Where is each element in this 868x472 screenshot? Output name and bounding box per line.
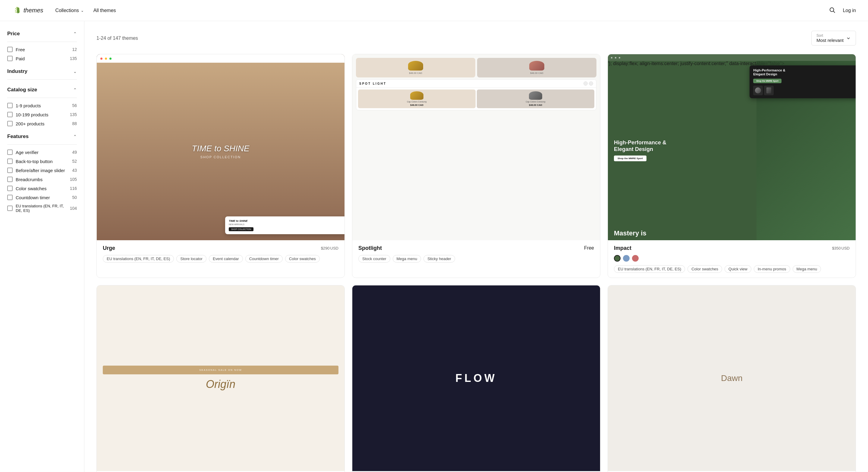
- breadcrumbs-option: Breadcrumbs 105: [7, 177, 77, 182]
- tag-stock-counter: Stock counter: [358, 255, 390, 262]
- industry-filter-section: Industry ⌄: [7, 68, 77, 80]
- theme-card-dawn[interactable]: Dawn Dawn: [608, 285, 856, 472]
- search-icon: [829, 7, 835, 13]
- tag-eu-translations: EU translations (EN, FR, IT, DE, ES): [103, 255, 174, 262]
- theme-card-spotlight[interactable]: $48.00 CAD $48.00 CAD SPOT LIGHT: [352, 54, 600, 278]
- impact-color-swatches: [614, 255, 849, 262]
- color-swatches-option: Color swatches 116: [7, 186, 77, 191]
- back-to-top-option: Back-to-top button 52: [7, 159, 77, 164]
- eu-translations-checkbox[interactable]: [7, 206, 13, 211]
- results-count: 1-24 of 147 themes: [96, 36, 138, 41]
- urge-info: Urge $290USD EU translations (EN, FR, IT…: [97, 240, 344, 268]
- 10-199-checkbox[interactable]: [7, 112, 13, 117]
- impact-nav-dot-2: [615, 57, 616, 59]
- price-chevron-icon: ⌃: [73, 31, 77, 36]
- impact-info: Impact $350USD EU translations (EN, FR, …: [608, 240, 856, 278]
- origin-preview: SEASONAL SALE ON NOW Origïn: [97, 285, 344, 471]
- spotlight-preview: $48.00 CAD $48.00 CAD SPOT LIGHT: [352, 54, 600, 240]
- price-divider: [7, 41, 77, 42]
- before-after-checkbox[interactable]: [7, 167, 13, 173]
- eu-translations-option: EU translations (EN, FR, IT, DE, ES) 104: [7, 204, 77, 213]
- catalog-size-filter-header[interactable]: Catalog size ⌃: [7, 87, 77, 98]
- catalog-size-divider: [7, 98, 77, 98]
- countdown-timer-option: Countdown timer 50: [7, 195, 77, 200]
- back-to-top-checkbox[interactable]: [7, 159, 13, 164]
- logo-text: themes: [24, 7, 43, 14]
- chevron-down-icon: ⌄: [81, 8, 84, 13]
- free-option: Free 12: [7, 47, 77, 52]
- tag-mega-menu: Mega menu: [393, 255, 421, 262]
- tag-mega-menu-impact: Mega menu: [793, 265, 821, 273]
- impact-nav-dot-3: [619, 57, 620, 59]
- header: themes Collections ⌄ All themes Log in: [0, 0, 868, 21]
- theme-card-flow[interactable]: FLOW Flow: [352, 285, 600, 472]
- paid-checkbox[interactable]: [7, 56, 13, 61]
- window-dot-green: [110, 58, 112, 60]
- tag-store-locator: Store locator: [176, 255, 207, 262]
- impact-preview: '); display:flex; align-items:center; ju…: [608, 54, 856, 240]
- tag-color-swatches-impact: Color swatches: [687, 265, 722, 273]
- impact-tags: EU translations (EN, FR, IT, DE, ES) Col…: [614, 265, 849, 273]
- catalog-size-chevron-icon: ⌃: [73, 87, 77, 92]
- sort-dropdown[interactable]: Sort Most relevant: [811, 31, 856, 45]
- logo[interactable]: themes: [12, 6, 43, 15]
- tag-color-swatches: Color swatches: [285, 255, 320, 262]
- 200plus-products-option: 200+ products 88: [7, 121, 77, 126]
- tag-eu-translations-impact: EU translations (EN, FR, IT, DE, ES): [614, 265, 685, 273]
- before-after-option: Before/after image slider 43: [7, 167, 77, 173]
- features-filter-section: Features ⌃ Age verifier 49 Back-to-top b…: [7, 133, 77, 213]
- color-swatch-red[interactable]: [632, 255, 639, 262]
- all-themes-nav[interactable]: All themes: [93, 8, 116, 13]
- theme-card-urge[interactable]: TIME to SHINE SHOP COLLECTION TIME to SH…: [96, 54, 345, 278]
- header-nav: Collections ⌄ All themes: [56, 8, 829, 13]
- tag-in-menu-promos: In-menu promos: [754, 265, 790, 273]
- features-filter-header[interactable]: Features ⌃: [7, 133, 77, 145]
- color-swatch-blue[interactable]: [623, 255, 629, 262]
- color-swatches-checkbox[interactable]: [7, 186, 13, 191]
- page-layout: Price ⌃ Free 12 Paid 135: [0, 21, 868, 472]
- impact-nav-dot-1: [611, 57, 613, 59]
- 200plus-checkbox[interactable]: [7, 121, 13, 126]
- color-swatch-green[interactable]: [614, 255, 621, 262]
- theme-card-origin[interactable]: SEASONAL SALE ON NOW Origïn Origin: [96, 285, 345, 472]
- spotlight-info: Spotlight Free Stock counter Mega menu S…: [352, 240, 600, 268]
- age-verifier-option: Age verifier 49: [7, 150, 77, 155]
- window-dot-red: [100, 58, 102, 60]
- flow-preview: FLOW: [352, 285, 600, 471]
- paid-option: Paid 135: [7, 56, 77, 61]
- spotlight-tags: Stock counter Mega menu Sticky header: [358, 255, 594, 262]
- tag-quick-view: Quick view: [724, 265, 751, 273]
- header-actions: Log in: [829, 7, 856, 14]
- urge-tags: EU translations (EN, FR, IT, DE, ES) Sto…: [103, 255, 338, 262]
- breadcrumbs-checkbox[interactable]: [7, 177, 13, 182]
- collections-nav[interactable]: Collections ⌄: [56, 8, 84, 13]
- countdown-timer-checkbox[interactable]: [7, 195, 13, 200]
- search-button[interactable]: [829, 7, 835, 14]
- svg-point-0: [830, 8, 834, 12]
- tag-countdown-timer: Countdown timer: [245, 255, 283, 262]
- catalog-size-filter-section: Catalog size ⌃ 1-9 products 56 10-199 pr…: [7, 87, 77, 126]
- industry-filter-header[interactable]: Industry ⌄: [7, 68, 77, 79]
- tag-sticky-header: Sticky header: [424, 255, 455, 262]
- svg-line-1: [834, 11, 835, 13]
- 1-9-checkbox[interactable]: [7, 103, 13, 108]
- sort-chevron-icon: [846, 36, 851, 41]
- tag-event-calendar: Event calendar: [209, 255, 243, 262]
- main-content: 1-24 of 147 themes Sort Most relevant: [84, 21, 868, 472]
- window-dot-yellow: [105, 58, 107, 60]
- sidebar: Price ⌃ Free 12 Paid 135: [0, 21, 84, 472]
- dawn-preview: Dawn: [608, 285, 856, 471]
- login-button[interactable]: Log in: [843, 8, 856, 13]
- 10-199-products-option: 10-199 products 135: [7, 112, 77, 117]
- theme-card-impact[interactable]: '); display:flex; align-items:center; ju…: [608, 54, 856, 278]
- price-filter-header[interactable]: Price ⌃: [7, 31, 77, 41]
- industry-chevron-icon: ⌄: [73, 69, 77, 74]
- industry-divider: [7, 79, 77, 80]
- themes-grid: TIME to SHINE SHOP COLLECTION TIME to SH…: [96, 54, 856, 472]
- price-filter-section: Price ⌃ Free 12 Paid 135: [7, 31, 77, 61]
- free-checkbox[interactable]: [7, 47, 13, 52]
- shopify-logo-icon: [12, 6, 21, 15]
- content-toolbar: 1-24 of 147 themes Sort Most relevant: [96, 31, 856, 45]
- age-verifier-checkbox[interactable]: [7, 150, 13, 155]
- 1-9-products-option: 1-9 products 56: [7, 103, 77, 108]
